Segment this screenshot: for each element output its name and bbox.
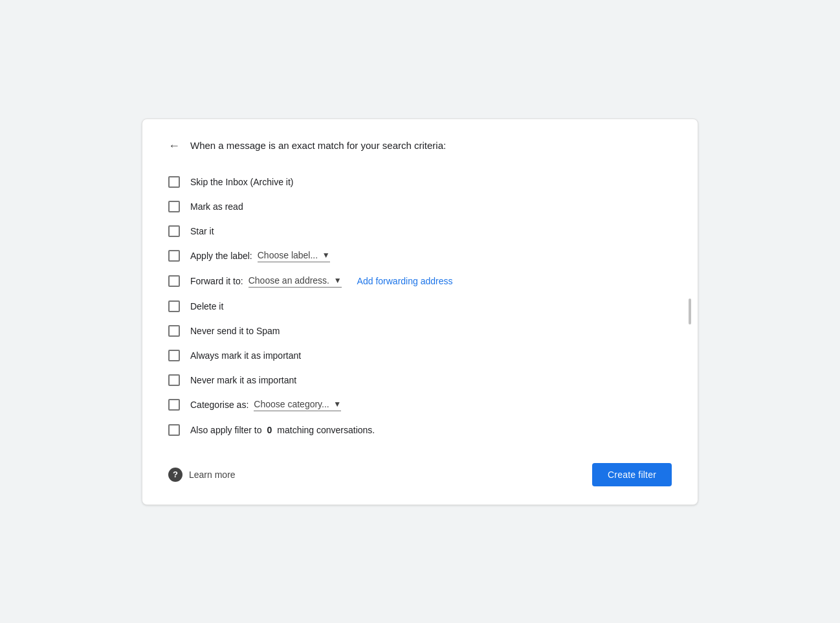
scrollbar: [689, 299, 691, 324]
label-dropdown-wrapper: Choose label... ▼: [258, 250, 330, 262]
help-icon[interactable]: ?: [168, 468, 182, 482]
learn-more-group: ? Learn more: [168, 468, 236, 482]
forward-dropdown-wrapper: Choose an address. ▼: [249, 275, 342, 288]
label-also-apply: Also apply filter to 0 matching conversa…: [190, 425, 375, 435]
dialog-footer: ? Learn more Create filter: [168, 458, 672, 486]
option-always-important: Always mark it as important: [168, 343, 672, 368]
option-delete-it: Delete it: [168, 294, 672, 319]
chevron-down-icon: ▼: [322, 251, 330, 260]
forward-dropdown[interactable]: Choose an address.: [249, 275, 333, 286]
option-never-spam: Never send it to Spam: [168, 319, 672, 343]
apply-label-prefix: Apply the label:: [190, 251, 252, 261]
label-apply-label: Apply the label: Choose label... ▼: [190, 250, 330, 262]
label-always-important: Always mark it as important: [190, 350, 301, 361]
label-star-it: Star it: [190, 226, 214, 236]
checkbox-never-important[interactable]: [168, 374, 180, 386]
filter-dialog: ← When a message is an exact match for y…: [142, 119, 698, 505]
option-star-it: Star it: [168, 219, 672, 244]
option-mark-as-read: Mark as read: [168, 194, 672, 219]
category-dropdown[interactable]: Choose category...: [254, 399, 332, 409]
label-dropdown[interactable]: Choose label...: [258, 250, 321, 260]
options-list: Skip the Inbox (Archive it) Mark as read…: [168, 170, 672, 442]
label-never-important: Never mark it as important: [190, 375, 296, 385]
dialog-header: ← When a message is an exact match for y…: [168, 140, 672, 152]
chevron-down-icon-3: ▼: [333, 400, 341, 409]
option-forward-it: Forward it to: Choose an address. ▼ Add …: [168, 269, 672, 294]
label-categorise-as: Categorise as: Choose category... ▼: [190, 399, 341, 411]
categorise-prefix: Categorise as:: [190, 400, 249, 410]
also-apply-count: 0: [267, 425, 272, 435]
category-dropdown-wrapper: Choose category... ▼: [254, 399, 341, 411]
checkbox-apply-label[interactable]: [168, 250, 180, 262]
checkbox-forward-it[interactable]: [168, 275, 180, 287]
option-skip-inbox: Skip the Inbox (Archive it): [168, 170, 672, 194]
label-forward-it: Forward it to: Choose an address. ▼ Add …: [190, 275, 452, 288]
label-never-spam: Never send it to Spam: [190, 326, 280, 336]
label-mark-as-read: Mark as read: [190, 201, 243, 212]
option-also-apply: Also apply filter to 0 matching conversa…: [168, 418, 672, 442]
label-skip-inbox: Skip the Inbox (Archive it): [190, 177, 294, 187]
chevron-down-icon-2: ▼: [334, 276, 342, 285]
checkbox-also-apply[interactable]: [168, 424, 180, 436]
option-apply-label: Apply the label: Choose label... ▼: [168, 244, 672, 269]
checkbox-always-important[interactable]: [168, 350, 180, 361]
checkbox-delete-it[interactable]: [168, 300, 180, 312]
also-apply-suffix: matching conversations.: [277, 425, 375, 435]
forward-prefix: Forward it to:: [190, 276, 243, 286]
label-delete-it: Delete it: [190, 301, 223, 312]
checkbox-mark-as-read[interactable]: [168, 201, 180, 212]
learn-more-link[interactable]: Learn more: [189, 470, 236, 480]
checkbox-never-spam[interactable]: [168, 325, 180, 337]
checkbox-star-it[interactable]: [168, 225, 180, 237]
option-never-important: Never mark it as important: [168, 368, 672, 392]
checkbox-categorise-as[interactable]: [168, 399, 180, 411]
also-apply-prefix: Also apply filter to: [190, 425, 262, 435]
checkbox-skip-inbox[interactable]: [168, 176, 180, 188]
create-filter-button[interactable]: Create filter: [592, 463, 672, 486]
dialog-title: When a message is an exact match for you…: [190, 140, 446, 151]
back-button[interactable]: ←: [168, 140, 180, 152]
add-forwarding-address-link[interactable]: Add forwarding address: [357, 276, 453, 286]
option-categorise-as: Categorise as: Choose category... ▼: [168, 392, 672, 418]
